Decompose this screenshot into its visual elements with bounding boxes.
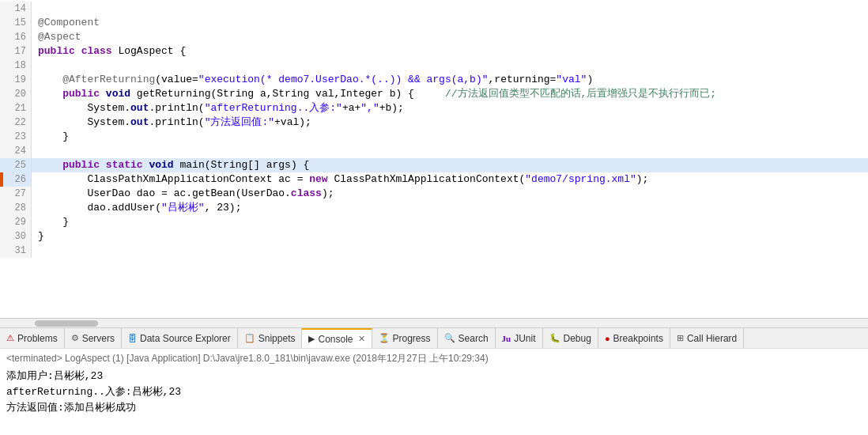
tab-servers[interactable]: ⚙ Servers: [65, 328, 122, 348]
tab-console-close[interactable]: ✕: [358, 334, 365, 344]
code-lines: 14 15 @Component 16 @Aspect 17 public cl…: [0, 0, 868, 258]
code-line: 15 @Component: [0, 16, 868, 30]
tab-servers-label: Servers: [82, 333, 115, 344]
hscroll-thumb[interactable]: [35, 320, 98, 327]
tab-datasource[interactable]: 🗄 Data Source Explorer: [122, 328, 238, 348]
tab-callhierarchy-label: Call Hierard: [687, 333, 737, 344]
code-line: 25 public static void main(String[] args…: [0, 158, 868, 172]
progress-icon: ⏳: [379, 333, 390, 343]
line-content: public static void main(String[] args) {: [32, 158, 868, 172]
code-line: 20 public void getReturning(String a,Str…: [0, 87, 868, 101]
line-content: dao.addUser("吕彬彬", 23);: [32, 201, 868, 215]
line-content: @Aspect: [32, 30, 868, 44]
line-number: 23: [0, 130, 32, 144]
line-number: 20: [0, 87, 32, 101]
line-number: 17: [0, 44, 32, 59]
console-output: 添加用户:吕彬彬,23 afterReturning..入参:吕彬彬,23 方法…: [6, 369, 862, 416]
code-line: 16 @Aspect: [0, 30, 868, 44]
tab-search-label: Search: [459, 333, 489, 344]
tab-bar: ⚠ Problems ⚙ Servers 🗄 Data Source Explo…: [0, 327, 868, 348]
breakpoints-icon: ●: [605, 334, 610, 343]
tab-debug[interactable]: 🐛 Debug: [543, 328, 598, 348]
snippets-icon: 📋: [244, 333, 255, 343]
code-line: 29 }: [0, 215, 868, 229]
tab-snippets[interactable]: 📋 Snippets: [238, 328, 303, 348]
line-number: 30: [0, 229, 32, 244]
line-content: ClassPathXmlApplicationContext ac = new …: [32, 172, 868, 187]
line-content: }: [32, 130, 868, 144]
code-line: 19 @AfterReturning(value="execution(* de…: [0, 73, 868, 87]
line-number: 22: [0, 115, 32, 130]
console-line-3: 方法返回值:添加吕彬彬成功: [6, 400, 862, 416]
line-number: 25: [0, 158, 32, 172]
junit-icon: Ju: [502, 334, 511, 343]
tab-breakpoints[interactable]: ● Breakpoints: [598, 328, 670, 348]
code-line: 27 UserDao dao = ac.getBean(UserDao.clas…: [0, 187, 868, 201]
tab-progress-label: Progress: [393, 333, 431, 344]
line-content: public class LogAspect {: [32, 44, 868, 59]
console-terminated: <terminated> LogAspect (1) [Java Applica…: [6, 352, 862, 365]
tab-problems-label: Problems: [17, 333, 58, 344]
line-number: 19: [0, 73, 32, 87]
code-line: 26 ClassPathXmlApplicationContext ac = n…: [0, 172, 868, 187]
line-number: 31: [0, 244, 32, 258]
line-content: @AfterReturning(value="execution(* demo7…: [32, 73, 868, 87]
code-editor: 14 15 @Component 16 @Aspect 17 public cl…: [0, 0, 868, 318]
debug-icon: 🐛: [549, 333, 560, 343]
tab-junit-label: JUnit: [514, 333, 535, 344]
line-content: System.out.println("afterReturning..入参:"…: [32, 101, 868, 115]
tab-snippets-label: Snippets: [259, 333, 296, 344]
servers-icon: ⚙: [71, 333, 79, 343]
line-number: 29: [0, 215, 32, 229]
line-content: @Component: [32, 16, 868, 30]
code-line: 22 System.out.println("方法返回值:"+val);: [0, 115, 868, 130]
line-number: 18: [0, 59, 32, 73]
line-content: [32, 59, 868, 73]
code-line: 21 System.out.println("afterReturning..入…: [0, 101, 868, 115]
tab-callhierarchy[interactable]: ⊞ Call Hierard: [670, 328, 744, 348]
tab-console[interactable]: ▶ Console ✕: [302, 328, 372, 348]
line-content: [32, 244, 868, 258]
search-icon: 🔍: [444, 333, 455, 343]
line-content: public void getReturning(String a,String…: [32, 87, 868, 101]
line-content: UserDao dao = ac.getBean(UserDao.class);: [32, 187, 868, 201]
code-line: 24: [0, 144, 868, 158]
line-number: 21: [0, 101, 32, 115]
line-number: 27: [0, 187, 32, 201]
code-line: 17 public class LogAspect {: [0, 44, 868, 59]
line-number: 24: [0, 144, 32, 158]
line-number: 28: [0, 201, 32, 215]
code-line: 18: [0, 59, 868, 73]
line-number: 15: [0, 16, 32, 30]
console-icon: ▶: [308, 334, 315, 344]
code-line: 28 dao.addUser("吕彬彬", 23);: [0, 201, 868, 215]
code-line: 30 }: [0, 229, 868, 244]
line-content: [32, 2, 868, 16]
code-line: 31: [0, 244, 868, 258]
tab-datasource-label: Data Source Explorer: [140, 333, 231, 344]
callhierarchy-icon: ⊞: [677, 333, 684, 343]
code-line: 23 }: [0, 130, 868, 144]
line-content: }: [32, 215, 868, 229]
tab-junit[interactable]: Ju JUnit: [496, 328, 543, 348]
tab-problems[interactable]: ⚠ Problems: [0, 328, 65, 348]
horizontal-scrollbar[interactable]: [0, 318, 868, 327]
line-content: }: [32, 229, 868, 244]
problems-icon: ⚠: [6, 333, 14, 343]
tab-debug-label: Debug: [564, 333, 591, 344]
tab-console-label: Console: [318, 334, 353, 345]
code-line: 14: [0, 2, 868, 16]
line-number: 14: [0, 2, 32, 16]
console-line-1: 添加用户:吕彬彬,23: [6, 369, 862, 384]
console-line-2: afterReturning..入参:吕彬彬,23: [6, 384, 862, 400]
line-number: 16: [0, 30, 32, 44]
tab-search[interactable]: 🔍 Search: [438, 328, 496, 348]
datasource-icon: 🗄: [128, 334, 137, 343]
line-content: [32, 144, 868, 158]
console-area: <terminated> LogAspect (1) [Java Applica…: [0, 349, 868, 435]
tab-breakpoints-label: Breakpoints: [613, 333, 663, 344]
line-number: 26: [0, 172, 32, 187]
tab-progress[interactable]: ⏳ Progress: [372, 328, 438, 348]
line-content: System.out.println("方法返回值:"+val);: [32, 115, 868, 130]
